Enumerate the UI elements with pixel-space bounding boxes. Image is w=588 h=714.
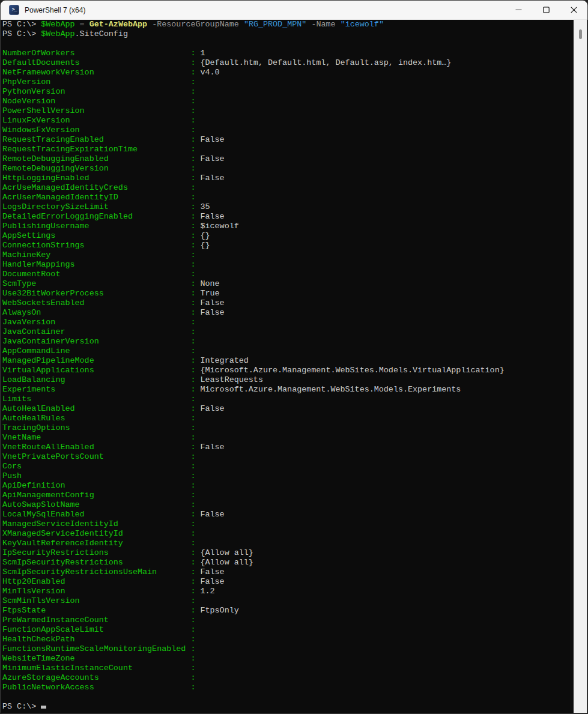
output-line: KeyVaultReferenceIdentity :	[2, 539, 574, 548]
property-value: False	[195, 567, 224, 576]
property-name: NetFrameworkVersion :	[2, 68, 195, 77]
property-name: ManagedPipelineMode :	[2, 356, 195, 365]
output-line: HandlerMappings :	[2, 260, 574, 270]
prompt-line[interactable]: PS C:\>	[2, 702, 574, 712]
property-name: KeyVaultReferenceIdentity :	[2, 539, 195, 548]
output-line: PhpVersion :	[2, 77, 574, 87]
output-line: XManagedServiceIdentityId :	[2, 529, 574, 539]
property-name: PublicNetworkAccess :	[2, 683, 195, 692]
property-value: {Microsoft.Azure.Management.WebSites.Mod…	[195, 366, 504, 375]
output-line: PreWarmedInstanceCount :	[2, 616, 574, 625]
token-string: "RG_PROD_MPN"	[244, 20, 306, 29]
terminal-output-area[interactable]: PS C:\> $WebApp = Get-AzWebApp -Resource…	[1, 20, 574, 713]
vertical-scrollbar[interactable]	[574, 20, 587, 713]
maximize-icon	[543, 7, 550, 13]
text-cursor	[41, 706, 46, 709]
output-line: DetailedErrorLoggingEnabled : False	[2, 212, 574, 222]
property-value: False	[195, 510, 224, 519]
property-name: PreWarmedInstanceCount :	[2, 616, 195, 625]
property-value: False	[195, 404, 224, 413]
property-name: ApiDefinition :	[2, 481, 195, 490]
property-name: IpSecurityRestrictions :	[2, 548, 195, 557]
output-line: MachineKey :	[2, 250, 574, 260]
property-name: WebsiteTimeZone :	[2, 654, 195, 663]
output-line: RequestTracingExpirationTime :	[2, 145, 574, 154]
property-name: AcrUserManagedIdentityID :	[2, 193, 195, 202]
close-button[interactable]	[560, 1, 587, 19]
token-string: "icewolf"	[341, 20, 384, 29]
powershell-icon[interactable]: >_	[9, 5, 19, 15]
output-line: NumberOfWorkers : 1	[2, 49, 574, 58]
property-name: Cors :	[2, 462, 195, 471]
property-name: AutoHealEnabled :	[2, 404, 195, 413]
token-parameter: -ResourceGroupName	[152, 20, 239, 29]
output-line: NetFrameworkVersion : v4.0	[2, 68, 574, 77]
property-name: ManagedServiceIdentityId :	[2, 519, 195, 528]
powershell-window: >_ PowerShell 7 (x64) PS C:\> $WebApp =	[0, 0, 588, 714]
output-line: RemoteDebuggingEnabled : False	[2, 154, 574, 164]
property-name: JavaVersion :	[2, 318, 195, 327]
property-name: PythonVersion :	[2, 87, 195, 96]
property-name: AcrUseManagedIdentityCreds :	[2, 183, 195, 192]
maximize-button[interactable]	[532, 1, 560, 19]
property-name: PublishingUsername :	[2, 222, 195, 231]
token-default	[147, 20, 152, 29]
property-name: ScmMinTlsVersion :	[2, 596, 195, 605]
property-value: True	[195, 289, 219, 298]
minimize-button[interactable]	[505, 1, 532, 19]
property-value: 1.2	[195, 587, 214, 596]
property-name: RequestTracingEnabled :	[2, 135, 195, 144]
property-name: NodeVersion :	[2, 97, 195, 106]
property-name: XManagedServiceIdentityId :	[2, 529, 195, 538]
property-value: 1	[195, 49, 205, 58]
property-name: LogsDirectorySizeLimit :	[2, 202, 195, 211]
property-name: MachineKey :	[2, 250, 195, 259]
property-name: RequestTracingExpirationTime :	[2, 145, 195, 154]
property-name: FtpsState :	[2, 606, 195, 615]
property-name: HttpLoggingEnabled :	[2, 174, 195, 183]
property-value: FtpsOnly	[195, 606, 238, 615]
property-value: {}	[195, 241, 210, 250]
minimize-icon	[515, 7, 522, 13]
output-line: RemoteDebuggingVersion :	[2, 164, 574, 174]
window-title: PowerShell 7 (x64)	[25, 6, 85, 14]
output-line: LinuxFxVersion :	[2, 116, 574, 126]
output-line: ApiManagementConfig :	[2, 491, 574, 500]
output-line: MinimumElasticInstanceCount :	[2, 664, 574, 673]
property-value: False	[195, 174, 224, 183]
property-name: AppSettings :	[2, 231, 195, 240]
token-default: .SiteConfig	[75, 29, 128, 38]
output-line: MinTlsVersion : 1.2	[2, 587, 574, 596]
title-bar[interactable]: >_ PowerShell 7 (x64)	[1, 1, 587, 20]
token-operator: =	[80, 20, 85, 29]
output-line: WindowsFxVersion :	[2, 126, 574, 135]
output-line: FunctionAppScaleLimit :	[2, 625, 574, 635]
output-line: RequestTracingEnabled : False	[2, 135, 574, 145]
output-line: ScmIpSecurityRestrictions : {Allow all}	[2, 558, 574, 567]
output-line: ScmMinTlsVersion :	[2, 596, 574, 606]
output-line: LogsDirectorySizeLimit : 35	[2, 202, 574, 212]
output-line: JavaContainerVersion :	[2, 337, 574, 346]
blank-line	[2, 692, 574, 702]
property-name: ApiManagementConfig :	[2, 491, 195, 500]
output-line: AlwaysOn : False	[2, 308, 574, 318]
property-value: $icewolf	[195, 222, 238, 231]
scrollbar-thumb[interactable]	[579, 29, 582, 39]
property-value: {Allow all}	[195, 548, 253, 557]
property-name: WindowsFxVersion :	[2, 126, 195, 135]
output-line: ManagedServiceIdentityId :	[2, 519, 574, 529]
output-line: Limits :	[2, 395, 574, 404]
output-line: AzureStorageAccounts :	[2, 673, 574, 683]
output-line: DefaultDocuments : {Default.htm, Default…	[2, 58, 574, 68]
output-line: VnetRouteAllEnabled : False	[2, 443, 574, 452]
property-name: Http20Enabled :	[2, 577, 195, 586]
property-name: FunctionAppScaleLimit :	[2, 625, 195, 634]
caption-buttons	[505, 1, 587, 19]
output-line: Use32BitWorkerProcess : True	[2, 289, 574, 298]
property-value: 35	[195, 202, 210, 211]
output-line: PythonVersion :	[2, 87, 574, 97]
output-line: Push :	[2, 471, 574, 481]
property-name: AzureStorageAccounts :	[2, 673, 195, 682]
property-value: None	[195, 279, 219, 288]
output-line: AcrUserManagedIdentityID :	[2, 193, 574, 202]
